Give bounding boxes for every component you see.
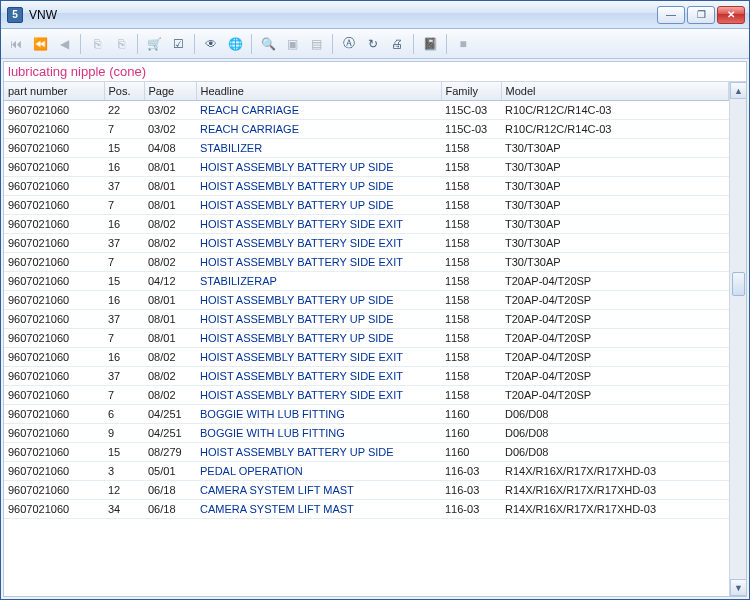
close-button[interactable]: ✕ [717, 6, 745, 24]
table-row[interactable]: 96070210601206/18CAMERA SYSTEM LIFT MAST… [4, 481, 729, 500]
toolbar-separator [251, 34, 252, 54]
cell-pos: 16 [104, 291, 144, 310]
col-headline[interactable]: Headline [196, 82, 441, 101]
minimize-button[interactable]: — [657, 6, 685, 24]
cell-headline[interactable]: HOIST ASSEMBLY BATTERY SIDE EXIT [196, 234, 441, 253]
cell-part: 9607021060 [4, 462, 104, 481]
cell-headline[interactable]: PEDAL OPERATION [196, 462, 441, 481]
col-model[interactable]: Model [501, 82, 729, 101]
table-row[interactable]: 96070210601504/12STABILIZERAP1158T20AP-0… [4, 272, 729, 291]
table-row[interactable]: 96070210603708/01HOIST ASSEMBLY BATTERY … [4, 310, 729, 329]
cell-headline[interactable]: HOIST ASSEMBLY BATTERY SIDE EXIT [196, 253, 441, 272]
cart-icon[interactable]: 🛒 [143, 33, 165, 55]
cell-family: 1158 [441, 329, 501, 348]
cell-pos: 37 [104, 367, 144, 386]
cell-part: 9607021060 [4, 329, 104, 348]
cell-model: T20AP-04/T20SP [501, 291, 729, 310]
cell-headline[interactable]: STABILIZERAP [196, 272, 441, 291]
refresh-icon[interactable]: ↻ [362, 33, 384, 55]
cell-part: 9607021060 [4, 481, 104, 500]
table-row[interactable]: 96070210601608/01HOIST ASSEMBLY BATTERY … [4, 158, 729, 177]
eye-off-icon[interactable]: 👁 [200, 33, 222, 55]
cell-headline[interactable]: HOIST ASSEMBLY BATTERY SIDE EXIT [196, 367, 441, 386]
table-row[interactable]: 96070210603708/02HOIST ASSEMBLY BATTERY … [4, 367, 729, 386]
cell-pos: 15 [104, 139, 144, 158]
table-row[interactable]: 9607021060708/02HOIST ASSEMBLY BATTERY S… [4, 253, 729, 272]
cell-family: 116-03 [441, 481, 501, 500]
cell-headline[interactable]: HOIST ASSEMBLY BATTERY UP SIDE [196, 196, 441, 215]
cell-headline[interactable]: HOIST ASSEMBLY BATTERY UP SIDE [196, 158, 441, 177]
cell-model: T30/T30AP [501, 177, 729, 196]
cell-model: R10C/R12C/R14C-03 [501, 120, 729, 139]
cell-page: 08/01 [144, 329, 196, 348]
cell-pos: 16 [104, 348, 144, 367]
cell-family: 1158 [441, 215, 501, 234]
vertical-scrollbar[interactable]: ▲ ▼ [729, 82, 746, 596]
cell-page: 08/02 [144, 386, 196, 405]
table-row[interactable]: 96070210601608/02HOIST ASSEMBLY BATTERY … [4, 215, 729, 234]
maximize-button[interactable]: ❐ [687, 6, 715, 24]
cell-model: R14X/R16X/R17X/R17XHD-03 [501, 462, 729, 481]
app-icon: 5 [7, 7, 23, 23]
cell-pos: 16 [104, 158, 144, 177]
cell-headline[interactable]: REACH CARRIAGE [196, 101, 441, 120]
scroll-up-icon[interactable]: ▲ [730, 82, 746, 99]
cell-headline[interactable]: CAMERA SYSTEM LIFT MAST [196, 481, 441, 500]
cell-page: 03/02 [144, 120, 196, 139]
table-row[interactable]: 9607021060708/02HOIST ASSEMBLY BATTERY S… [4, 386, 729, 405]
cell-model: T20AP-04/T20SP [501, 348, 729, 367]
cell-headline[interactable]: BOGGIE WITH LUB FITTING [196, 405, 441, 424]
cell-model: R14X/R16X/R17X/R17XHD-03 [501, 500, 729, 519]
print-icon[interactable]: 🖨 [386, 33, 408, 55]
table-row[interactable]: 96070210601504/08STABILIZER1158T30/T30AP [4, 139, 729, 158]
cell-page: 03/02 [144, 101, 196, 120]
cell-page: 06/18 [144, 500, 196, 519]
table-row[interactable]: 9607021060708/01HOIST ASSEMBLY BATTERY U… [4, 329, 729, 348]
scroll-down-icon[interactable]: ▼ [730, 579, 746, 596]
cell-page: 08/02 [144, 234, 196, 253]
cell-headline[interactable]: HOIST ASSEMBLY BATTERY UP SIDE [196, 329, 441, 348]
table-row[interactable]: 9607021060305/01PEDAL OPERATION116-03R14… [4, 462, 729, 481]
cell-page: 08/02 [144, 253, 196, 272]
cell-headline[interactable]: REACH CARRIAGE [196, 120, 441, 139]
table-row[interactable]: 9607021060904/251BOGGIE WITH LUB FITTING… [4, 424, 729, 443]
table-row[interactable]: 96070210603406/18CAMERA SYSTEM LIFT MAST… [4, 500, 729, 519]
table-row[interactable]: 96070210601608/02HOIST ASSEMBLY BATTERY … [4, 348, 729, 367]
cell-part: 9607021060 [4, 234, 104, 253]
checklist-icon[interactable]: ☑ [167, 33, 189, 55]
cell-family: 1158 [441, 196, 501, 215]
cell-headline[interactable]: HOIST ASSEMBLY BATTERY UP SIDE [196, 310, 441, 329]
app-window: 5 VNW — ❐ ✕ ⏮⏪◀⎘⎘🛒☑👁🌐🔍▣▤Ⓐ↻🖨📓■ lubricatin… [0, 0, 750, 600]
col-part-number[interactable]: part number [4, 82, 104, 101]
cell-headline[interactable]: CAMERA SYSTEM LIFT MAST [196, 500, 441, 519]
cell-headline[interactable]: HOIST ASSEMBLY BATTERY SIDE EXIT [196, 386, 441, 405]
table-row[interactable]: 9607021060708/01HOIST ASSEMBLY BATTERY U… [4, 196, 729, 215]
anchor-icon[interactable]: Ⓐ [338, 33, 360, 55]
table-row[interactable]: 9607021060703/02REACH CARRIAGE115C-03R10… [4, 120, 729, 139]
table-row[interactable]: 9607021060604/251BOGGIE WITH LUB FITTING… [4, 405, 729, 424]
col-pos[interactable]: Pos. [104, 82, 144, 101]
cell-part: 9607021060 [4, 405, 104, 424]
cell-headline[interactable]: HOIST ASSEMBLY BATTERY SIDE EXIT [196, 348, 441, 367]
cell-headline[interactable]: STABILIZER [196, 139, 441, 158]
cell-pos: 12 [104, 481, 144, 500]
titlebar[interactable]: 5 VNW — ❐ ✕ [1, 1, 749, 29]
cell-pos: 7 [104, 120, 144, 139]
cell-headline[interactable]: HOIST ASSEMBLY BATTERY UP SIDE [196, 177, 441, 196]
cell-model: R10C/R12C/R14C-03 [501, 101, 729, 120]
table-row[interactable]: 96070210601608/01HOIST ASSEMBLY BATTERY … [4, 291, 729, 310]
col-page[interactable]: Page [144, 82, 196, 101]
scroll-thumb[interactable] [732, 272, 745, 296]
cell-headline[interactable]: HOIST ASSEMBLY BATTERY SIDE EXIT [196, 215, 441, 234]
cell-headline[interactable]: HOIST ASSEMBLY BATTERY UP SIDE [196, 443, 441, 462]
cell-headline[interactable]: BOGGIE WITH LUB FITTING [196, 424, 441, 443]
globe-icon[interactable]: 🌐 [224, 33, 246, 55]
cell-part: 9607021060 [4, 291, 104, 310]
cell-model: T20AP-04/T20SP [501, 329, 729, 348]
cell-headline[interactable]: HOIST ASSEMBLY BATTERY UP SIDE [196, 291, 441, 310]
table-row[interactable]: 96070210602203/02REACH CARRIAGE115C-03R1… [4, 101, 729, 120]
table-row[interactable]: 96070210603708/01HOIST ASSEMBLY BATTERY … [4, 177, 729, 196]
table-row[interactable]: 96070210603708/02HOIST ASSEMBLY BATTERY … [4, 234, 729, 253]
col-family[interactable]: Family [441, 82, 501, 101]
table-row[interactable]: 96070210601508/279HOIST ASSEMBLY BATTERY… [4, 443, 729, 462]
